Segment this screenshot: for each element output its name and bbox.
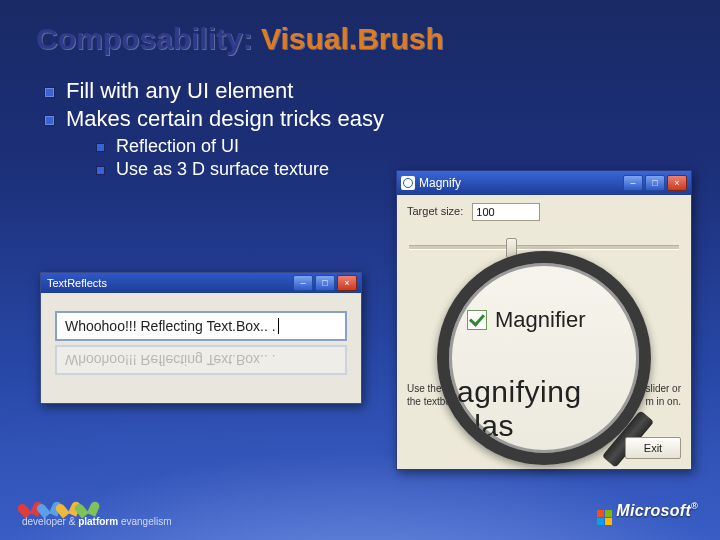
ms-wordmark: Microsoft: [616, 502, 691, 519]
magnify-app-icon: [401, 176, 415, 190]
textbox-value: Whoohoo!!! Reflecting Text.Box.. .: [65, 318, 276, 334]
magnifier-checkbox-label: Magnifier: [495, 307, 585, 333]
bullet-1: Fill with any UI element: [40, 78, 384, 104]
titlebar-right[interactable]: Magnify – □ ×: [397, 171, 691, 195]
ms-flag-icon: [597, 510, 612, 525]
magnifier-checkbox[interactable]: [467, 310, 487, 330]
titlebar-right-title: Magnify: [419, 176, 621, 190]
reflecting-textbox[interactable]: Whoohoo!!! Reflecting Text.Box.. .: [55, 311, 347, 341]
magnified-checkbox-row: Magnifier: [467, 307, 585, 333]
slide-footer: developer & platform evangelism Microsof…: [0, 492, 720, 540]
tag-a: developer &: [22, 516, 78, 527]
sub-bullet-2: Use as 3 D surface texture: [94, 159, 384, 180]
textbox-reflection: Whoohoo!!! Reflecting Text.Box.. .: [55, 345, 347, 375]
window-right-body: Target size: 100 Magnifier agnifying gla…: [397, 195, 691, 469]
window-textreflects: TextReflects – □ × Whoohoo!!! Reflecting…: [40, 272, 362, 404]
window-magnify: Magnify – □ × Target size: 100 Magnifier…: [396, 170, 692, 470]
bullet-list: Fill with any UI element Makes certain d…: [40, 76, 384, 182]
bullet-2-text: Makes certain design tricks easy: [66, 106, 384, 131]
title-highlight: Visual.Brush: [261, 22, 444, 55]
exit-button[interactable]: Exit: [625, 437, 681, 459]
desc-l2-right: m in on.: [645, 396, 681, 409]
title-plain: Composability:: [36, 22, 261, 55]
minimize-icon[interactable]: –: [293, 275, 313, 291]
target-size-label: Target size:: [407, 205, 463, 217]
footer-left: developer & platform evangelism: [22, 499, 172, 527]
magnifier-lens[interactable]: Magnifier agnifying glas: [437, 251, 651, 465]
sub-bullet-list: Reflection of UI Use as 3 D surface text…: [94, 136, 384, 180]
titlebar-left[interactable]: TextReflects – □ ×: [41, 273, 361, 293]
hearts-logo: [22, 499, 172, 514]
maximize-icon[interactable]: □: [315, 275, 335, 291]
slider-track: [409, 245, 679, 250]
close-icon[interactable]: ×: [667, 175, 687, 191]
bullet-2: Makes certain design tricks easy Reflect…: [40, 106, 384, 180]
microsoft-logo: Microsoft®: [597, 501, 698, 525]
sub-bullet-1: Reflection of UI: [94, 136, 384, 157]
titlebar-left-title: TextReflects: [45, 277, 291, 289]
maximize-icon[interactable]: □: [645, 175, 665, 191]
tag-b: platform: [78, 516, 118, 527]
minimize-icon[interactable]: –: [623, 175, 643, 191]
text-cursor: [278, 318, 279, 334]
close-icon[interactable]: ×: [337, 275, 357, 291]
tag-c: evangelism: [118, 516, 171, 527]
reflection-text: Whoohoo!!! Reflecting Text.Box.. .: [65, 352, 276, 368]
target-size-input[interactable]: 100: [472, 203, 540, 221]
heart-icon: [78, 498, 96, 515]
window-left-body: Whoohoo!!! Reflecting Text.Box.. . Whooh…: [41, 293, 361, 393]
magnified-text: agnifying glas: [457, 375, 639, 443]
slide-title: Composability: Visual.Brush: [36, 22, 444, 56]
